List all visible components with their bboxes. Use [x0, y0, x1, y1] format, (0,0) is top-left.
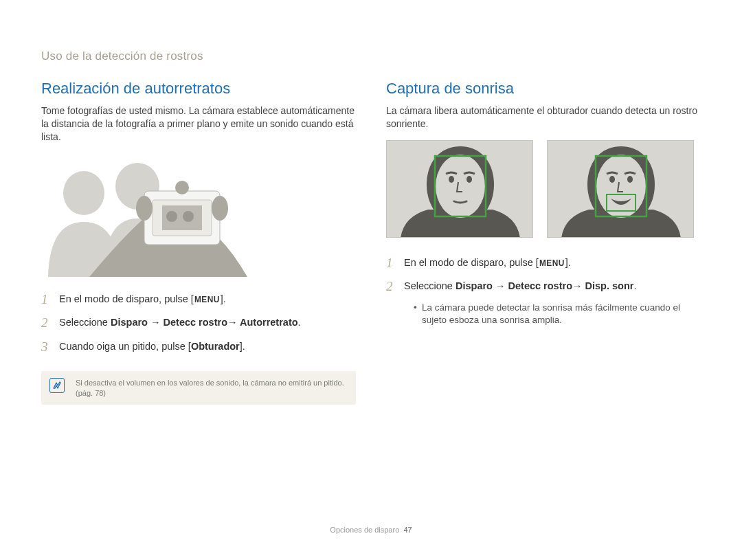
- breadcrumb: Uso de la detección de rostros: [41, 49, 701, 63]
- step-num: 2: [386, 278, 404, 296]
- step-num: 3: [41, 338, 59, 357]
- step-text: .: [298, 317, 301, 328]
- svg-point-16: [627, 176, 633, 183]
- content-columns: Realización de autorretratos Tome fotogr…: [41, 80, 701, 405]
- step-text: ].: [221, 293, 226, 304]
- step-text: .: [633, 280, 636, 291]
- step-num: 2: [41, 314, 59, 333]
- intro-right: La cámara libera automáticamente el obtu…: [386, 104, 701, 131]
- step-bold: Disparo → Detecc rostro→ Autorretrato: [111, 317, 298, 328]
- step-text: Seleccione: [59, 317, 111, 328]
- step-1-left: 1 En el modo de disparo, pulse [MENU].: [41, 291, 356, 309]
- svg-point-5: [166, 211, 177, 222]
- svg-point-12: [466, 176, 472, 183]
- menu-label: MENU: [194, 294, 220, 306]
- steps-left: 1 En el modo de disparo, pulse [MENU]. 2…: [41, 291, 356, 357]
- col-right: Captura de sonrisa La cámara libera auto…: [386, 80, 701, 405]
- step-text: ].: [565, 257, 571, 268]
- step-1-right: 1 En el modo de disparo, pulse [MENU].: [386, 254, 701, 273]
- face-detect-smile: [547, 140, 694, 238]
- step-text: ].: [240, 341, 245, 352]
- sub-bullet: La cámara puede detectar la sonrisa más …: [414, 302, 701, 326]
- step-text: En el modo de disparo, pulse [: [59, 293, 194, 304]
- step-2-left: 2 Seleccione Disparo → Detecc rostro→ Au…: [41, 314, 356, 333]
- svg-point-10: [436, 155, 485, 218]
- svg-point-7: [136, 196, 153, 221]
- note-box: Si desactiva el volumen en los valores d…: [41, 371, 356, 405]
- svg-point-15: [609, 176, 615, 183]
- step-num: 1: [386, 254, 404, 273]
- menu-label: MENU: [539, 258, 565, 270]
- steps-right: 1 En el modo de disparo, pulse [MENU]. 2…: [386, 254, 701, 296]
- svg-point-14: [596, 155, 646, 218]
- svg-point-11: [449, 176, 454, 183]
- svg-point-0: [63, 171, 104, 215]
- note-text: Si desactiva el volumen en los valores d…: [76, 379, 344, 396]
- step-2-right: 2 Seleccione Disparo → Detecc rostro→ Di…: [386, 278, 701, 296]
- step-num: 1: [41, 291, 59, 309]
- footer: Opciones de disparo 47: [0, 526, 742, 534]
- step-bold: Obturador: [191, 341, 240, 352]
- section-title-autorretratos: Realización de autorretratos: [41, 80, 356, 98]
- illustration-selfie: [41, 153, 261, 277]
- face-detect-neutral: [386, 140, 533, 238]
- intro-left: Tome fotografías de usted mismo. La cáma…: [41, 104, 356, 144]
- footer-label: Opciones de disparo: [330, 526, 399, 534]
- svg-point-6: [183, 211, 194, 222]
- step-text: Cuando oiga un pitido, pulse [: [59, 341, 191, 352]
- note-icon: [49, 378, 65, 393]
- step-text: En el modo de disparo, pulse [: [404, 257, 539, 268]
- page-number: 47: [403, 526, 412, 534]
- col-left: Realización de autorretratos Tome fotogr…: [41, 80, 356, 405]
- svg-point-8: [212, 196, 228, 221]
- step-3-left: 3 Cuando oiga un pitido, pulse [Obturado…: [41, 338, 356, 357]
- step-text: Seleccione: [404, 280, 456, 291]
- step-bold: Disparo → Detecc rostro→ Disp. sonr: [456, 280, 633, 291]
- section-title-sonrisa: Captura de sonrisa: [386, 80, 701, 98]
- illustration-faces: [386, 140, 701, 238]
- svg-point-9: [175, 181, 189, 194]
